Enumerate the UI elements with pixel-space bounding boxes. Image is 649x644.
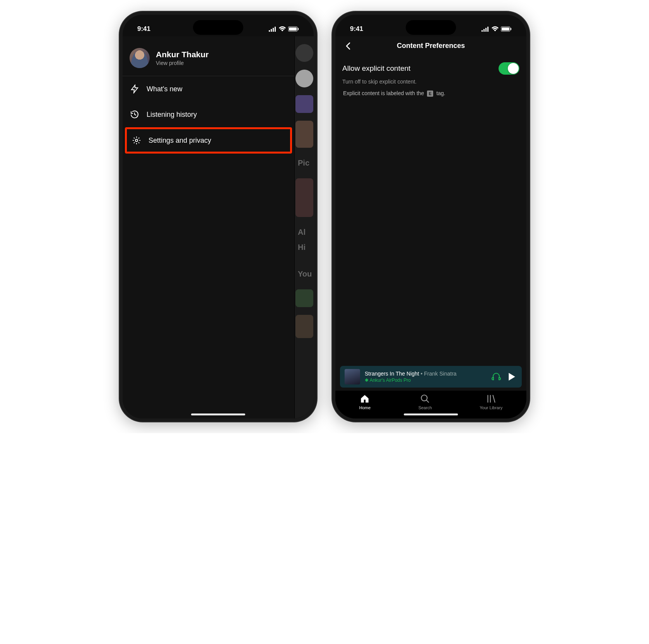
svg-rect-0 [269, 30, 270, 32]
setting-description: Explicit content is labeled with the E t… [342, 90, 519, 97]
peek-heading: You [295, 266, 314, 282]
tab-label: Home [359, 405, 371, 410]
album-art [345, 369, 360, 384]
svg-point-15 [421, 395, 427, 401]
library-icon [486, 394, 496, 404]
home-icon [360, 394, 370, 404]
page-title: Content Preferences [397, 42, 465, 50]
svg-rect-13 [502, 27, 509, 31]
svg-rect-1 [271, 29, 272, 32]
now-playing-device: ✱ Ankur's AirPods Pro [365, 378, 486, 383]
nav-header: Content Preferences [335, 36, 526, 57]
artist-name: Frank Sinatra [424, 371, 456, 377]
setting-allow-explicit: Allow explicit content Turn off to skip … [335, 57, 526, 99]
peek-heading: Hi [295, 240, 314, 255]
explicit-tag-icon: E [427, 91, 433, 97]
chevron-left-icon [345, 42, 351, 50]
dynamic-island [406, 20, 456, 35]
svg-rect-11 [487, 27, 488, 32]
wifi-icon [279, 26, 286, 32]
desc-text: Explicit content is labeled with the [343, 90, 424, 96]
svg-rect-5 [289, 27, 297, 31]
profile-name: Ankur Thakur [156, 50, 209, 59]
svg-rect-2 [273, 28, 274, 32]
status-time: 9:41 [350, 25, 363, 33]
menu-item-whats-new[interactable]: What's new [123, 76, 294, 102]
status-time: 9:41 [137, 25, 150, 33]
svg-rect-6 [298, 28, 299, 30]
setting-title: Allow explicit content [342, 64, 410, 73]
phone-left-sidebar: 9:41 Ankur Thakur View profile [120, 12, 317, 422]
battery-icon [288, 26, 299, 32]
peek-tile [295, 315, 313, 338]
phone-right-content-preferences: 9:41 Content Preferences Allow explicit … [332, 12, 529, 422]
peek-tile [295, 95, 313, 113]
peek-avatar [295, 44, 313, 62]
tab-home[interactable]: Home [359, 394, 371, 410]
peek-heading: Pic [295, 155, 314, 171]
desc-text: tag. [436, 90, 445, 96]
svg-rect-3 [275, 27, 276, 32]
menu-label: Listening history [147, 111, 197, 119]
wifi-icon [492, 26, 499, 32]
background-peek: Pic Al Hi You [294, 36, 314, 419]
headphones-icon [492, 372, 501, 381]
explicit-toggle[interactable] [499, 62, 519, 75]
avatar [130, 48, 150, 68]
sidebar-menu: Ankur Thakur View profile What's new Lis… [123, 36, 294, 419]
peek-tile [295, 121, 313, 148]
tab-library[interactable]: Your Library [480, 394, 502, 410]
svg-rect-8 [482, 30, 483, 32]
devices-button[interactable] [491, 372, 502, 381]
peek-tile [295, 289, 313, 307]
cellular-signal-icon [482, 26, 489, 32]
highlight-settings-privacy: Settings and privacy [125, 127, 292, 154]
peek-heading: Al [295, 225, 314, 240]
menu-label: Settings and privacy [149, 137, 211, 145]
peek-tile [295, 178, 313, 217]
menu-item-settings-privacy[interactable]: Settings and privacy [127, 129, 290, 152]
setting-subtitle: Turn off to skip explicit content. [342, 79, 519, 85]
now-playing-track-line: Strangers In The Night • Frank Sinatra [365, 371, 486, 377]
track-name: Strangers In The Night [365, 371, 419, 377]
peek-circle [295, 70, 313, 87]
svg-rect-10 [485, 28, 487, 32]
home-indicator[interactable] [404, 413, 458, 415]
tab-label: Your Library [480, 405, 502, 410]
svg-point-7 [135, 139, 138, 142]
history-icon [130, 109, 140, 120]
play-icon [508, 372, 516, 381]
separator: • [419, 371, 424, 377]
search-icon [420, 394, 430, 404]
switch-knob [508, 63, 519, 74]
bolt-icon [130, 84, 140, 94]
menu-item-listening-history[interactable]: Listening history [123, 102, 294, 127]
device-name: Ankur's AirPods Pro [370, 378, 411, 383]
back-button[interactable] [342, 40, 354, 52]
svg-rect-14 [511, 28, 511, 30]
profile-row[interactable]: Ankur Thakur View profile [123, 36, 294, 76]
tab-search[interactable]: Search [418, 394, 432, 410]
home-indicator[interactable] [191, 413, 245, 415]
tab-label: Search [418, 405, 432, 410]
bluetooth-icon: ✱ [365, 378, 370, 383]
menu-label: What's new [147, 85, 182, 93]
play-button[interactable] [506, 372, 517, 381]
battery-icon [501, 26, 512, 32]
dynamic-island [193, 20, 243, 35]
gear-icon [132, 135, 142, 145]
svg-rect-9 [483, 29, 485, 32]
profile-subtitle: View profile [156, 60, 209, 66]
cellular-signal-icon [269, 26, 277, 32]
now-playing-bar[interactable]: Strangers In The Night • Frank Sinatra ✱… [340, 366, 522, 388]
